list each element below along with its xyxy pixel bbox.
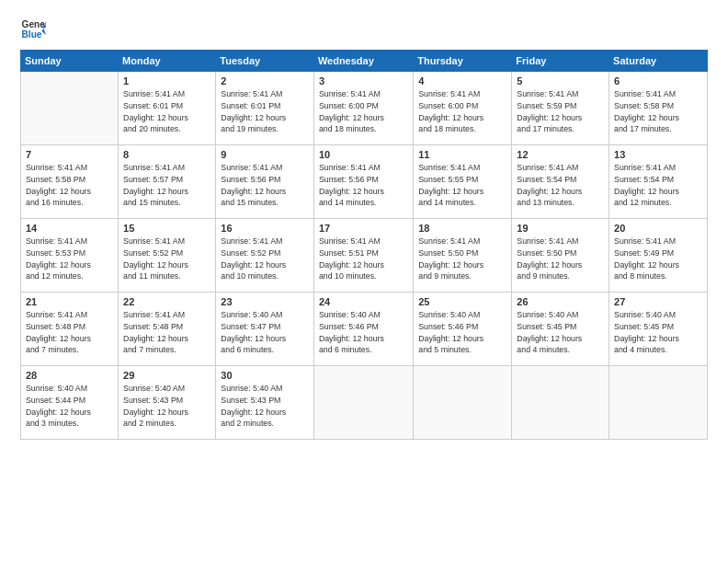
calendar-cell: 21Sunrise: 5:41 AM Sunset: 5:48 PM Dayli… [21,293,119,366]
calendar-cell [21,72,119,145]
calendar-cell [414,366,512,440]
calendar-cell: 30Sunrise: 5:40 AM Sunset: 5:43 PM Dayli… [216,366,314,440]
day-info: Sunrise: 5:41 AM Sunset: 5:57 PM Dayligh… [123,162,210,209]
day-number: 7 [26,149,113,160]
weekday-header-thursday: Thursday [414,51,512,72]
calendar-cell: 4Sunrise: 5:41 AM Sunset: 6:00 PM Daylig… [414,72,512,145]
calendar-cell: 7Sunrise: 5:41 AM Sunset: 5:58 PM Daylig… [21,145,119,219]
weekday-header-friday: Friday [512,51,609,72]
day-number: 14 [26,223,113,234]
weekday-header-row: SundayMondayTuesdayWednesdayThursdayFrid… [21,51,708,72]
day-number: 22 [123,296,210,307]
day-number: 4 [418,75,506,86]
day-info: Sunrise: 5:41 AM Sunset: 5:50 PM Dayligh… [418,236,506,282]
day-info: Sunrise: 5:41 AM Sunset: 5:55 PM Dayligh… [418,162,506,209]
calendar-cell: 2Sunrise: 5:41 AM Sunset: 6:01 PM Daylig… [216,72,314,145]
calendar-cell [313,366,413,440]
calendar-cell: 6Sunrise: 5:41 AM Sunset: 5:58 PM Daylig… [609,72,708,145]
day-info: Sunrise: 5:40 AM Sunset: 5:43 PM Dayligh… [123,383,210,430]
day-info: Sunrise: 5:40 AM Sunset: 5:43 PM Dayligh… [221,383,309,430]
calendar-cell: 25Sunrise: 5:40 AM Sunset: 5:46 PM Dayli… [414,293,512,366]
day-number: 13 [614,149,702,160]
calendar-cell: 1Sunrise: 5:41 AM Sunset: 6:01 PM Daylig… [119,72,216,145]
day-number: 10 [319,149,408,160]
calendar-cell: 19Sunrise: 5:41 AM Sunset: 5:50 PM Dayli… [512,219,609,293]
calendar-week-row: 1Sunrise: 5:41 AM Sunset: 6:01 PM Daylig… [21,72,708,145]
day-number: 12 [517,149,604,160]
day-info: Sunrise: 5:41 AM Sunset: 5:50 PM Dayligh… [517,236,604,282]
day-number: 15 [123,223,210,234]
weekday-header-monday: Monday [119,51,216,72]
day-info: Sunrise: 5:40 AM Sunset: 5:47 PM Dayligh… [221,309,309,356]
day-info: Sunrise: 5:41 AM Sunset: 6:00 PM Dayligh… [418,88,506,135]
day-number: 23 [221,296,309,307]
calendar-cell: 17Sunrise: 5:41 AM Sunset: 5:51 PM Dayli… [313,219,413,293]
weekday-header-saturday: Saturday [609,51,708,72]
day-info: Sunrise: 5:41 AM Sunset: 5:54 PM Dayligh… [614,162,702,209]
day-number: 26 [517,296,604,307]
day-number: 29 [123,370,210,381]
day-number: 16 [221,223,309,234]
calendar-cell: 26Sunrise: 5:40 AM Sunset: 5:45 PM Dayli… [512,293,609,366]
calendar-cell: 27Sunrise: 5:40 AM Sunset: 5:45 PM Dayli… [609,293,708,366]
calendar-cell: 3Sunrise: 5:41 AM Sunset: 6:00 PM Daylig… [313,72,413,145]
day-info: Sunrise: 5:41 AM Sunset: 5:48 PM Dayligh… [26,309,113,356]
calendar-cell: 18Sunrise: 5:41 AM Sunset: 5:50 PM Dayli… [414,219,512,293]
day-number: 19 [517,223,604,234]
calendar-week-row: 21Sunrise: 5:41 AM Sunset: 5:48 PM Dayli… [21,293,708,366]
day-number: 17 [319,223,408,234]
day-info: Sunrise: 5:41 AM Sunset: 5:52 PM Dayligh… [221,236,309,282]
day-number: 27 [614,296,702,307]
day-number: 1 [123,75,210,86]
day-info: Sunrise: 5:41 AM Sunset: 5:56 PM Dayligh… [221,162,309,209]
calendar-cell: 10Sunrise: 5:41 AM Sunset: 5:56 PM Dayli… [313,145,413,219]
day-number: 8 [123,149,210,160]
day-number: 2 [221,75,309,86]
weekday-header-wednesday: Wednesday [313,51,413,72]
header: General Blue [20,17,708,42]
calendar-cell: 20Sunrise: 5:41 AM Sunset: 5:49 PM Dayli… [609,219,708,293]
calendar-cell: 29Sunrise: 5:40 AM Sunset: 5:43 PM Dayli… [119,366,216,440]
day-number: 3 [319,75,408,86]
day-number: 20 [614,223,702,234]
day-number: 11 [418,149,506,160]
day-info: Sunrise: 5:40 AM Sunset: 5:46 PM Dayligh… [319,309,408,356]
day-info: Sunrise: 5:41 AM Sunset: 5:56 PM Dayligh… [319,162,408,209]
day-info: Sunrise: 5:41 AM Sunset: 6:01 PM Dayligh… [221,88,309,135]
day-info: Sunrise: 5:41 AM Sunset: 5:53 PM Dayligh… [26,236,113,282]
day-number: 9 [221,149,309,160]
calendar-cell: 8Sunrise: 5:41 AM Sunset: 5:57 PM Daylig… [119,145,216,219]
svg-text:Blue: Blue [22,29,42,40]
weekday-header-sunday: Sunday [21,51,119,72]
calendar-cell: 23Sunrise: 5:40 AM Sunset: 5:47 PM Dayli… [216,293,314,366]
day-info: Sunrise: 5:41 AM Sunset: 5:48 PM Dayligh… [123,309,210,356]
day-info: Sunrise: 5:41 AM Sunset: 5:58 PM Dayligh… [614,88,702,135]
calendar-cell [609,366,708,440]
day-info: Sunrise: 5:40 AM Sunset: 5:45 PM Dayligh… [614,309,702,356]
calendar-table: SundayMondayTuesdayWednesdayThursdayFrid… [20,50,708,440]
day-info: Sunrise: 5:40 AM Sunset: 5:45 PM Dayligh… [517,309,604,356]
calendar-week-row: 7Sunrise: 5:41 AM Sunset: 5:58 PM Daylig… [21,145,708,219]
day-info: Sunrise: 5:41 AM Sunset: 5:52 PM Dayligh… [123,236,210,282]
calendar-cell: 9Sunrise: 5:41 AM Sunset: 5:56 PM Daylig… [216,145,314,219]
day-info: Sunrise: 5:41 AM Sunset: 5:59 PM Dayligh… [517,88,604,135]
day-number: 21 [26,296,113,307]
calendar-cell: 22Sunrise: 5:41 AM Sunset: 5:48 PM Dayli… [119,293,216,366]
day-number: 28 [26,370,113,381]
day-info: Sunrise: 5:41 AM Sunset: 5:51 PM Dayligh… [319,236,408,282]
calendar-week-row: 28Sunrise: 5:40 AM Sunset: 5:44 PM Dayli… [21,366,708,440]
day-info: Sunrise: 5:40 AM Sunset: 5:44 PM Dayligh… [26,383,113,430]
calendar-week-row: 14Sunrise: 5:41 AM Sunset: 5:53 PM Dayli… [21,219,708,293]
day-number: 25 [418,296,506,307]
calendar-cell: 12Sunrise: 5:41 AM Sunset: 5:54 PM Dayli… [512,145,609,219]
calendar-cell: 28Sunrise: 5:40 AM Sunset: 5:44 PM Dayli… [21,366,119,440]
calendar-cell: 15Sunrise: 5:41 AM Sunset: 5:52 PM Dayli… [119,219,216,293]
calendar-cell: 16Sunrise: 5:41 AM Sunset: 5:52 PM Dayli… [216,219,314,293]
day-number: 5 [517,75,604,86]
day-info: Sunrise: 5:40 AM Sunset: 5:46 PM Dayligh… [418,309,506,356]
calendar-cell: 5Sunrise: 5:41 AM Sunset: 5:59 PM Daylig… [512,72,609,145]
day-number: 6 [614,75,702,86]
day-info: Sunrise: 5:41 AM Sunset: 5:49 PM Dayligh… [614,236,702,282]
logo-icon: General Blue [20,17,46,42]
calendar-cell: 11Sunrise: 5:41 AM Sunset: 5:55 PM Dayli… [414,145,512,219]
